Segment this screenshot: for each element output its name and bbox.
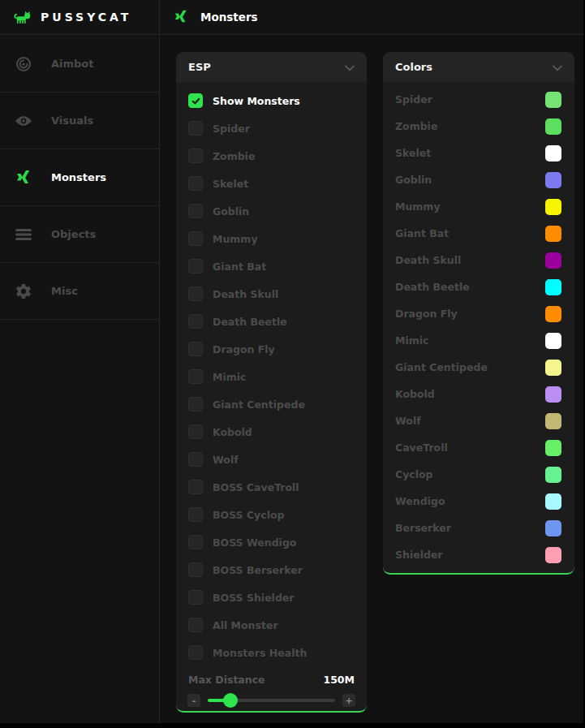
colors-panel-title: Colors [395, 61, 432, 73]
checkbox-unchecked[interactable] [188, 507, 203, 522]
color-swatch[interactable] [545, 333, 561, 349]
sidebar-item-aimbot[interactable]: Aimbot [0, 36, 159, 93]
color-row-label: Death Beetle [395, 281, 470, 293]
x-logo-icon [14, 168, 33, 187]
checkbox-label: Wolf [213, 454, 239, 466]
color-row-wendigo: Wendigo [383, 488, 574, 515]
page-header: Monsters [160, 0, 258, 34]
checkbox-label: Goblin [213, 205, 249, 218]
esp-checkbox-row-skelet[interactable]: Skelet [176, 170, 367, 197]
color-swatch[interactable] [545, 118, 561, 135]
sidebar-item-misc[interactable]: Misc [0, 263, 159, 320]
color-row-label: Wolf [395, 415, 421, 427]
checkbox-checked[interactable] [188, 93, 203, 108]
color-swatch[interactable] [545, 172, 561, 188]
color-row-spider: Spider [383, 86, 574, 113]
color-row-label: Skelet [395, 147, 431, 159]
color-swatch[interactable] [545, 306, 561, 322]
checkbox-unchecked[interactable] [188, 149, 203, 163]
esp-checkbox-row-goblin[interactable]: Goblin [176, 197, 367, 225]
checkbox-unchecked[interactable] [188, 535, 203, 549]
esp-checkbox-row-boss-wendigo[interactable]: BOSS Wendigo [176, 528, 367, 556]
color-swatch[interactable] [545, 467, 561, 483]
checkbox-unchecked[interactable] [188, 562, 203, 577]
esp-checkbox-row-boss-berserker[interactable]: BOSS Berserker [176, 556, 367, 584]
color-swatch[interactable] [545, 92, 561, 108]
slider-minus-button[interactable]: - [187, 694, 200, 707]
slider-track[interactable] [208, 699, 335, 702]
sidebar-item-label: Visuals [51, 114, 93, 127]
color-swatch[interactable] [545, 145, 561, 162]
sidebar-item-objects[interactable]: Objects [0, 206, 159, 263]
color-row-giant-bat: Giant Bat [383, 220, 574, 247]
color-row-label: CaveTroll [395, 442, 448, 454]
sidebar-item-monsters[interactable]: Monsters [0, 149, 159, 206]
checkbox-label: Mummy [213, 233, 258, 245]
chevron-down-icon[interactable] [345, 59, 355, 75]
checkbox-unchecked[interactable] [188, 204, 203, 218]
esp-checkbox-row-death-beetle[interactable]: Death Beetle [176, 308, 367, 335]
checkbox-unchecked[interactable] [188, 314, 203, 329]
color-swatch[interactable] [545, 386, 561, 403]
eye-icon [14, 111, 33, 131]
color-swatch[interactable] [545, 413, 561, 429]
checkbox-unchecked[interactable] [188, 259, 203, 274]
checkbox-unchecked[interactable] [188, 231, 203, 246]
esp-checkbox-row-boss-shielder[interactable]: BOSS Shielder [176, 584, 367, 611]
esp-checkbox-row-mummy[interactable]: Mummy [176, 225, 367, 252]
checkbox-label: BOSS CaveTroll [213, 481, 299, 493]
color-swatch[interactable] [545, 493, 561, 510]
color-swatch[interactable] [545, 360, 561, 376]
checkbox-unchecked[interactable] [188, 590, 203, 605]
checkbox-unchecked[interactable] [188, 342, 203, 356]
checkbox-label: BOSS Berserker [213, 564, 303, 576]
esp-checkbox-row-giant-bat[interactable]: Giant Bat [176, 252, 367, 280]
colors-panel-header[interactable]: Colors [383, 52, 574, 82]
slider-thumb[interactable] [223, 693, 238, 708]
color-swatch[interactable] [545, 252, 561, 269]
checkbox-unchecked[interactable] [188, 480, 203, 494]
esp-checkbox-row-dragon-fly[interactable]: Dragon Fly [176, 335, 367, 363]
esp-checkbox-row-monsters-health[interactable]: Monsters Health [176, 639, 367, 666]
checkbox-unchecked[interactable] [188, 618, 203, 632]
color-row-label: Kobold [395, 388, 435, 400]
esp-checkbox-row-mimic[interactable]: Mimic [176, 363, 367, 390]
checkbox-unchecked[interactable] [188, 286, 203, 301]
esp-checkbox-row-spider[interactable]: Spider [176, 114, 367, 142]
sidebar-item-label: Objects [51, 228, 96, 240]
checkbox-unchecked[interactable] [188, 397, 203, 411]
color-row-mummy: Mummy [383, 193, 574, 220]
esp-checkbox-row-show-monsters[interactable]: Show Monsters [176, 87, 367, 114]
checkbox-unchecked[interactable] [188, 452, 203, 467]
slider-plus-button[interactable]: + [342, 694, 355, 707]
checkbox-unchecked[interactable] [188, 176, 203, 191]
color-swatch[interactable] [545, 520, 561, 536]
chevron-down-icon[interactable] [553, 59, 562, 75]
checkbox-label: Giant Bat [213, 261, 266, 273]
esp-panel-header[interactable]: ESP [176, 52, 367, 82]
checkbox-label: Spider [213, 123, 250, 135]
esp-checkbox-row-zombie[interactable]: Zombie [176, 142, 367, 170]
color-swatch[interactable] [545, 199, 561, 215]
checkbox-label: Kobold [213, 426, 252, 438]
color-swatch[interactable] [545, 226, 561, 242]
esp-checkbox-row-kobold[interactable]: Kobold [176, 418, 367, 446]
color-row-giant-centipede: Giant Centipede [383, 354, 574, 381]
checkbox-label: All Monster [213, 619, 278, 631]
color-swatch[interactable] [545, 440, 561, 456]
checkbox-unchecked[interactable] [188, 424, 203, 439]
esp-checkbox-row-boss-cyclop[interactable]: BOSS Cyclop [176, 501, 367, 528]
checkbox-unchecked[interactable] [188, 645, 203, 660]
checkbox-unchecked[interactable] [188, 369, 203, 384]
esp-checkbox-row-wolf[interactable]: Wolf [176, 446, 367, 473]
aimbot-target-icon [14, 54, 33, 74]
esp-checkbox-row-death-skull[interactable]: Death Skull [176, 280, 367, 308]
color-swatch[interactable] [545, 279, 561, 295]
sidebar-item-visuals[interactable]: Visuals [0, 93, 159, 149]
esp-checkbox-row-all-monster[interactable]: All Monster [176, 611, 367, 639]
color-swatch[interactable] [545, 547, 561, 563]
esp-checkbox-row-giant-centipede[interactable]: Giant Centipede [176, 390, 367, 418]
checkbox-unchecked[interactable] [188, 121, 203, 136]
esp-checkbox-row-boss-cavetroll[interactable]: BOSS CaveTroll [176, 473, 367, 501]
checkbox-label: Monsters Health [213, 647, 307, 659]
